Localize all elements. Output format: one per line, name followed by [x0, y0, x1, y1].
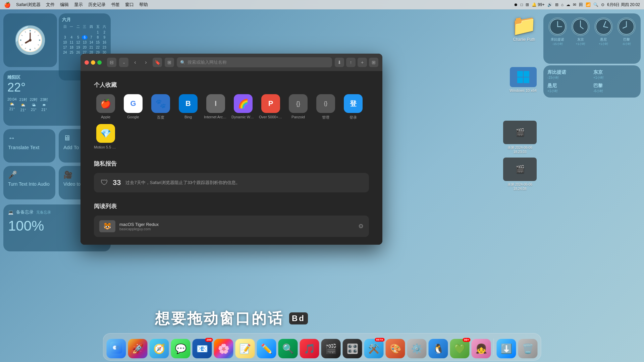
folder-label: Charlie Puth	[513, 37, 535, 42]
maximize-button[interactable]	[97, 60, 102, 65]
dock-pixelmator[interactable]: 🎨	[386, 339, 405, 358]
bookmark-motion[interactable]: 💎 Motion 5.5 中/英文...	[94, 124, 117, 150]
dock-photos[interactable]: 🌸	[214, 339, 233, 358]
dock-qq[interactable]: 🐧	[429, 339, 448, 358]
reading-item[interactable]: 🐯 macOS Tiger Redux basicappleguy.com ⚙	[94, 216, 369, 237]
menu-help[interactable]: 帮助	[139, 2, 148, 8]
messages-icon: 💬	[175, 343, 186, 354]
desktop-item-windows[interactable]: Windows 10 x64	[509, 67, 537, 93]
icloud-icon[interactable]: ☁	[566, 2, 570, 7]
desktop-folder-charlie[interactable]: 📁 Charlie Puth	[512, 13, 537, 42]
back-button[interactable]: ‹	[131, 58, 139, 66]
dock-outlook[interactable]: 📧 299	[193, 339, 212, 358]
dock-messages[interactable]: 💬	[171, 339, 191, 358]
bookmark-apple[interactable]: 🍎 Apple	[94, 94, 117, 120]
address-bar[interactable]: 🔍 搜索或输入网址名称	[177, 57, 332, 67]
svg-rect-13	[524, 71, 529, 77]
mail-icon[interactable]: ✉	[573, 2, 576, 7]
bookmark-dynamic[interactable]: 🌈 Dynamic Wallpape...	[231, 94, 255, 120]
bookmark-internet[interactable]: I Internet Archive...	[204, 94, 227, 120]
dock-launchpad[interactable]: 🚀	[128, 339, 148, 358]
dock-freeform[interactable]: ✏️	[257, 339, 276, 358]
bookmark-denglu[interactable]: 登 登录	[341, 94, 365, 120]
download-button[interactable]: ⬇	[335, 58, 344, 67]
dock-logic[interactable]: 🎛️	[343, 339, 362, 358]
bookmarks-title: 个人收藏	[94, 81, 369, 89]
dock-downloads[interactable]: ⬇️	[497, 339, 516, 358]
turn-text-widget[interactable]: 🎤 Turn Text Into Audio	[3, 166, 55, 199]
safari-titlebar: ⊟ ⌄ ‹ › 🔖 ⊞ 🔍 搜索或输入网址名称 ⬇ ↑ + ⊞	[80, 54, 382, 71]
share-history[interactable]: ⊞	[165, 58, 174, 67]
bookmark-dynamic-icon: 🌈	[234, 94, 253, 113]
backup-icon: 💻	[8, 210, 13, 215]
dock-wechat[interactable]: 💚 99+	[450, 339, 470, 358]
privacy-section: 隐私报告 🛡 33 过去7天中，Safari浏览器阻止了33个跟踪器剖析你的信息…	[94, 160, 369, 192]
dock-nijika[interactable]: 👧	[472, 339, 491, 358]
translate-widget[interactable]: ↔ Translate Text	[3, 129, 55, 163]
dock-system-preferences[interactable]: ⚙️	[407, 339, 427, 358]
menu-view[interactable]: 显示	[74, 2, 83, 8]
forward-button[interactable]: ›	[142, 58, 150, 66]
dock-notes[interactable]: 📝	[235, 339, 255, 358]
privacy-count: 33	[113, 178, 121, 187]
bookmark-baidu[interactable]: 🐾 百度	[149, 94, 172, 120]
bookmark-admin-icon: {}	[316, 94, 335, 113]
dock-finder[interactable]	[107, 339, 126, 358]
logic-icon: 🎛️	[346, 343, 358, 354]
search-icon[interactable]: 🔍	[593, 2, 598, 7]
bookmark-internet-icon: I	[206, 94, 225, 113]
reading-settings-icon[interactable]: ⚙	[358, 223, 364, 230]
bookmark-bing[interactable]: B Bing	[176, 94, 200, 120]
desktop-recording2[interactable]: 🎬 录屏 2024-06-06 18.24.08	[503, 158, 537, 191]
bookmark-admin-label: 管理	[322, 115, 329, 120]
dock-xcode[interactable]: ⚒️ BETA	[364, 339, 384, 358]
xcode-icon: ⚒️	[368, 343, 380, 354]
close-button[interactable]	[85, 60, 89, 65]
sidebar-toggle[interactable]: ⊟	[107, 58, 116, 67]
tab-view[interactable]: ⌄	[119, 58, 128, 67]
windows-label: Windows 10 x64	[509, 88, 537, 93]
dock-fcpx[interactable]: 🎬	[321, 339, 341, 358]
clock-face: 🕗	[13, 24, 47, 56]
bookmark-admin[interactable]: {} 管理	[314, 94, 337, 120]
dock-safari[interactable]: 🧭	[150, 339, 169, 358]
dock-bing[interactable]: 🔍	[278, 339, 298, 358]
dock-trash[interactable]: 🗑️	[518, 339, 538, 358]
menubar-right: ⏺ □ ⊞ 🔔 99+ 🔊 ⊞ ⌂ ☁ ✉ 田 📶 🔍 ⊙ 6月6日 周四 20…	[514, 2, 640, 8]
menu-history[interactable]: 历史记录	[88, 2, 106, 8]
clock-tokyo	[571, 17, 590, 36]
svg-point-18	[116, 346, 120, 350]
minimize-button[interactable]	[91, 60, 95, 65]
app-name[interactable]: Safari浏览器	[16, 2, 41, 8]
bookmarks-grid: 🍎 Apple G Google 🐾 百度 B Bing I Internet …	[94, 94, 369, 150]
bookmark-motion-icon: 💎	[96, 124, 115, 143]
dock-music[interactable]: 🎵	[300, 339, 319, 358]
bookmark-panzoid[interactable]: {} Panzoid	[286, 94, 310, 120]
recording1-thumb: 🎬	[503, 121, 537, 144]
menu-window[interactable]: 窗口	[125, 2, 134, 8]
tab-overview-button[interactable]: ⊞	[369, 58, 378, 67]
new-tab-button[interactable]: +	[358, 58, 367, 67]
control-center-icon[interactable]: ⊙	[601, 2, 604, 7]
menu-bookmarks[interactable]: 书签	[111, 2, 120, 8]
menu-edit[interactable]: 编辑	[60, 2, 69, 8]
bookmark-over[interactable]: P Over 5000+ fr...	[259, 94, 282, 120]
bookmark-panzoid-label: Panzoid	[291, 115, 305, 119]
apple-menu-icon[interactable]: 🍎	[4, 2, 11, 8]
share-button[interactable]: ↑	[346, 58, 356, 67]
notification-badge[interactable]: 🔔 99+	[532, 2, 545, 7]
grid2-icon[interactable]: ⊞	[555, 2, 558, 7]
world-clock-widget: 库比提诺 -15小时 东京 +1小时 悬尼 +1小时	[543, 13, 641, 64]
bookmark-google[interactable]: G Google	[121, 94, 145, 120]
bookmark-denglu-label: 登录	[350, 115, 357, 120]
bookmarks-button[interactable]: 🔖	[153, 58, 162, 67]
safari-window: ⊟ ⌄ ‹ › 🔖 ⊞ 🔍 搜索或输入网址名称 ⬇ ↑ + ⊞ 个人收藏 🍎 A…	[80, 54, 382, 245]
sound-icon[interactable]: 🔊	[547, 2, 552, 7]
weather-temp: 22°	[7, 80, 25, 95]
outlook-badge: 299	[205, 338, 213, 342]
desktop-recording1[interactable]: 🎬 录屏 2024-06-06 18.23.03	[503, 121, 537, 154]
menu-file[interactable]: 文件	[46, 2, 55, 8]
wifi-icon[interactable]: 📶	[586, 2, 591, 7]
music-icon: 🎵	[304, 343, 315, 354]
bookmark-over-label: Over 5000+ fr...	[259, 115, 282, 119]
